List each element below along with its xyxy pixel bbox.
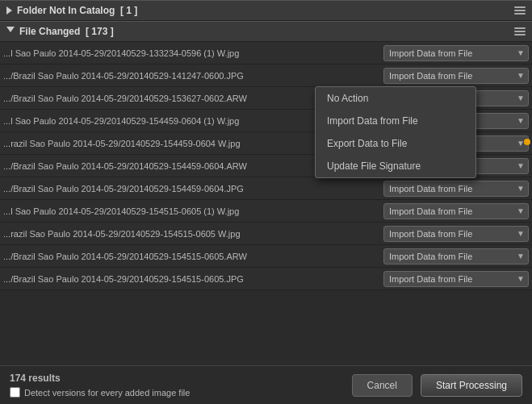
action-dropdown[interactable]: No ActionImport Data from FileExport Dat… bbox=[383, 68, 529, 84]
dropdown-item-no_action[interactable]: No Action bbox=[316, 87, 475, 110]
action-dropdown[interactable]: No ActionImport Data from FileExport Dat… bbox=[383, 45, 529, 61]
action-select[interactable]: No ActionImport Data from FileExport Dat… bbox=[383, 45, 529, 61]
start-processing-button[interactable]: Start Processing bbox=[421, 374, 522, 397]
results-count: 174 results bbox=[10, 373, 190, 384]
action-dropdown[interactable]: No ActionImport Data from FileExport Dat… bbox=[383, 226, 529, 242]
action-select[interactable]: No ActionImport Data from FileExport Dat… bbox=[383, 271, 529, 287]
folder-not-in-catalog-label: Folder Not In Catalog [ 1 ] bbox=[17, 5, 137, 16]
table-row: .../Brazil Sao Paulo 2014-05-29/20140529… bbox=[0, 268, 532, 290]
file-changed-menu-icon[interactable] bbox=[514, 27, 526, 35]
file-path: .../Brazil Sao Paulo 2014-05-29/20140529… bbox=[3, 184, 383, 194]
footer-buttons: Cancel Start Processing bbox=[352, 374, 522, 397]
folder-not-in-catalog-header[interactable]: Folder Not In Catalog [ 1 ] bbox=[0, 0, 532, 21]
footer-left: 174 results Detect versions for every ad… bbox=[10, 373, 190, 398]
action-select[interactable]: No ActionImport Data from FileExport Dat… bbox=[383, 248, 529, 264]
detect-versions-label[interactable]: Detect versions for every added image fi… bbox=[10, 387, 190, 398]
table-row: ...razil Sao Paulo 2014-05-29/20140529-1… bbox=[0, 223, 532, 245]
dropdown-item-export[interactable]: Export Data to File bbox=[316, 132, 475, 155]
collapse-icon bbox=[6, 6, 12, 15]
expand-icon bbox=[6, 27, 15, 36]
action-select[interactable]: No ActionImport Data from FileExport Dat… bbox=[383, 181, 529, 197]
file-path: .../Brazil Sao Paulo 2014-05-29/20140529… bbox=[3, 274, 383, 284]
detect-versions-text: Detect versions for every added image fi… bbox=[24, 388, 190, 398]
dropdown-item-import[interactable]: Import Data from File bbox=[316, 110, 475, 132]
action-dropdown[interactable]: No ActionImport Data from FileExport Dat… bbox=[383, 181, 529, 197]
dropdown-item-update_sig[interactable]: Update File Signature bbox=[316, 155, 475, 177]
cancel-button[interactable]: Cancel bbox=[352, 374, 413, 397]
table-row: ...l Sao Paulo 2014-05-29/20140529-13323… bbox=[0, 42, 532, 65]
action-dropdown[interactable]: No ActionImport Data from FileExport Dat… bbox=[383, 248, 529, 264]
file-changed-header[interactable]: File Changed [ 173 ] bbox=[0, 21, 532, 42]
table-row: .../Brazil Sao Paulo 2014-05-29/20140529… bbox=[0, 177, 532, 200]
action-select[interactable]: No ActionImport Data from FileExport Dat… bbox=[383, 226, 529, 242]
table-row: ...l Sao Paulo 2014-05-29/20140529-15451… bbox=[0, 200, 532, 223]
file-list-scroll-area: ...l Sao Paulo 2014-05-29/20140529-13323… bbox=[0, 42, 532, 365]
file-path: ...l Sao Paulo 2014-05-29/20140529-13323… bbox=[3, 48, 383, 58]
action-select[interactable]: No ActionImport Data from FileExport Dat… bbox=[383, 203, 529, 219]
file-path: .../Brazil Sao Paulo 2014-05-29/20140529… bbox=[3, 71, 383, 81]
file-path: .../Brazil Sao Paulo 2014-05-29/20140529… bbox=[3, 252, 383, 261]
footer: 174 results Detect versions for every ad… bbox=[0, 365, 532, 404]
action-dropdown[interactable]: No ActionImport Data from FileExport Dat… bbox=[383, 203, 529, 219]
detect-versions-checkbox[interactable] bbox=[10, 387, 20, 398]
table-row: .../Brazil Sao Paulo 2014-05-29/20140529… bbox=[0, 245, 532, 268]
action-select[interactable]: No ActionImport Data from FileExport Dat… bbox=[383, 68, 529, 84]
folder-not-in-catalog-menu-icon[interactable] bbox=[514, 6, 526, 15]
file-changed-label: File Changed [ 173 ] bbox=[19, 26, 114, 37]
file-path: ...razil Sao Paulo 2014-05-29/20140529-1… bbox=[3, 229, 383, 239]
action-dropdown[interactable]: No ActionImport Data from FileExport Dat… bbox=[383, 271, 529, 287]
file-path: ...l Sao Paulo 2014-05-29/20140529-15451… bbox=[3, 206, 383, 216]
scroll-position-indicator bbox=[524, 139, 530, 145]
table-row: .../Brazil Sao Paulo 2014-05-29/20140529… bbox=[0, 65, 532, 87]
action-dropdown-menu[interactable]: No ActionImport Data from FileExport Dat… bbox=[315, 86, 476, 178]
